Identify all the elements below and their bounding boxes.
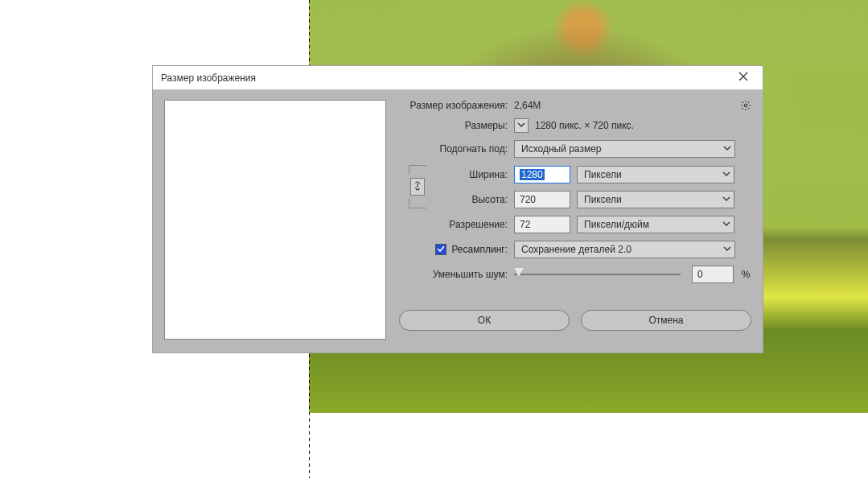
image-size-label: Размер изображения:	[399, 100, 508, 111]
image-size-value: 2,64M	[514, 100, 541, 111]
resolution-unit-select[interactable]: Пиксели/дюйм	[577, 216, 734, 233]
close-icon	[738, 72, 748, 84]
width-input[interactable]: 1280	[514, 166, 570, 183]
link-icon	[413, 180, 422, 194]
svg-point-0	[744, 104, 747, 107]
resolution-label: Разрешение:	[399, 219, 508, 230]
ok-button[interactable]: ОК	[399, 310, 570, 331]
resolution-input[interactable]: 72	[514, 216, 570, 233]
form-area: Размер изображения: 2,64M Размеры: 1280 …	[399, 100, 751, 340]
cancel-button[interactable]: Отмена	[581, 310, 751, 331]
chevron-down-icon	[517, 120, 525, 131]
dialog-body: Размер изображения: 2,64M Размеры: 1280 …	[153, 90, 763, 352]
gear-icon	[740, 102, 751, 113]
settings-button[interactable]	[740, 100, 751, 113]
dimensions-unit-toggle[interactable]	[514, 118, 529, 133]
chevron-down-icon	[722, 169, 730, 180]
chevron-down-icon	[722, 194, 730, 205]
ok-label: ОК	[478, 315, 491, 326]
resample-label: Ресамплинг:	[451, 244, 508, 255]
width-unit-select[interactable]: Пиксели	[577, 166, 734, 183]
image-size-dialog: Размер изображения Размер изображения: 2…	[152, 65, 763, 353]
height-value: 720	[520, 194, 536, 205]
noise-unit: %	[740, 269, 751, 280]
constrain-proportions[interactable]	[409, 165, 426, 208]
width-value: 1280	[520, 169, 545, 180]
fit-to-value: Исходный размер	[521, 143, 602, 155]
fit-to-select[interactable]: Исходный размер	[514, 140, 735, 158]
width-unit-value: Пиксели	[584, 169, 622, 180]
resample-select[interactable]: Сохранение деталей 2.0	[514, 241, 735, 258]
slider-thumb[interactable]	[514, 268, 524, 277]
noise-label: Уменьшить шум:	[399, 269, 508, 280]
width-label: Ширина:	[433, 169, 508, 180]
dimensions-label: Размеры:	[399, 120, 508, 131]
chevron-down-icon	[722, 219, 730, 230]
dialog-title: Размер изображения	[161, 72, 256, 84]
height-input[interactable]: 720	[514, 191, 570, 208]
close-button[interactable]	[730, 68, 756, 88]
resample-value: Сохранение деталей 2.0	[521, 244, 631, 255]
chevron-down-icon	[723, 143, 731, 155]
cancel-label: Отмена	[648, 315, 683, 326]
titlebar: Размер изображения	[153, 66, 763, 90]
noise-slider[interactable]	[514, 266, 681, 283]
preview-thumbnail	[164, 100, 386, 340]
height-unit-select[interactable]: Пиксели	[577, 191, 734, 208]
fit-to-label: Подогнать под:	[399, 143, 508, 155]
noise-value: 0	[697, 269, 703, 280]
check-icon	[437, 244, 445, 255]
noise-input[interactable]: 0	[692, 266, 734, 283]
resolution-value: 72	[520, 219, 530, 230]
resample-checkbox[interactable]	[435, 244, 446, 255]
chevron-down-icon	[723, 244, 731, 255]
slider-track	[514, 274, 681, 275]
height-unit-value: Пиксели	[584, 194, 622, 205]
resolution-unit-value: Пиксели/дюйм	[584, 219, 649, 230]
dimensions-value: 1280 пикс. × 720 пикс.	[535, 120, 634, 131]
height-label: Высота:	[433, 194, 508, 205]
